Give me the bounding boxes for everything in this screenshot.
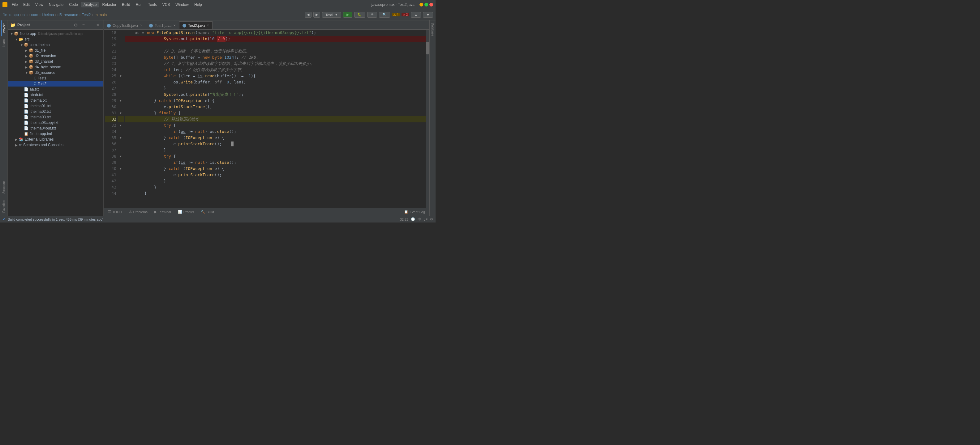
tab-terminal[interactable]: ▶ Terminal	[151, 209, 174, 215]
sidebar-tab-project[interactable]: Project	[1, 21, 7, 36]
menu-edit[interactable]: Edit	[21, 2, 32, 8]
sidebar-tab-structure[interactable]: Structure	[1, 178, 6, 197]
tab-profiler[interactable]: 📊 Profiler	[175, 209, 197, 215]
run-button[interactable]: ▶	[343, 12, 352, 17]
tab-problems[interactable]: ⚠ Problems	[126, 209, 151, 215]
tree-item-Test2[interactable]: C Test2	[8, 81, 103, 87]
menu-window[interactable]: Window	[173, 2, 191, 8]
breadcrumb-part-1[interactable]: src	[22, 13, 27, 17]
editor-scrollbar[interactable]	[426, 30, 430, 207]
tree-item-itheima02[interactable]: 📄 itheima02.txt	[8, 109, 103, 114]
tree-item-d3[interactable]: ▶ 📦 d3_charset	[8, 59, 103, 64]
tree-item-itheima01[interactable]: 📄 itheima01.txt	[8, 103, 103, 109]
right-sidebar: Database	[430, 21, 436, 216]
search-button[interactable]: 🔍	[379, 12, 390, 17]
project-tree[interactable]: ▼ 📦 file-io-app D:\code\javasepromax\fil…	[8, 30, 103, 216]
tree-item-scratches[interactable]: ▶ ✏ Scratches and Consoles	[8, 142, 103, 148]
menu-vcs[interactable]: VCS	[160, 2, 173, 8]
fold-icon-33[interactable]: ▼	[119, 124, 122, 127]
tree-item-itheima[interactable]: 📄 itheima.txt	[8, 98, 103, 103]
lf-indicator[interactable]: LF	[423, 217, 428, 221]
tree-item-src[interactable]: ▼ 📂 src	[8, 36, 103, 42]
tab-build[interactable]: 🔨 Build	[198, 209, 217, 215]
breadcrumb-part-5[interactable]: Test2	[82, 13, 91, 17]
breadcrumb-part-6[interactable]: m main	[94, 13, 107, 17]
minimize-button[interactable]: −	[420, 3, 423, 6]
tab-todo[interactable]: ☰ TODO	[105, 209, 125, 215]
menu-tools[interactable]: Tools	[146, 2, 159, 8]
menu-code[interactable]: Code	[67, 2, 80, 8]
tab-test2[interactable]: Test2.java ✕	[179, 21, 213, 29]
tree-item-d4[interactable]: ▶ 📦 d4_byte_stream	[8, 64, 103, 70]
close-button[interactable]: ✕	[430, 3, 433, 6]
fold-icon-38[interactable]: ▼	[119, 155, 122, 158]
nav-back-button[interactable]: ◀	[305, 12, 312, 17]
nav-forward-button[interactable]: ▶	[313, 12, 320, 17]
tree-item-itheima04out[interactable]: 📄 itheima04out.txt	[8, 125, 103, 131]
error-count[interactable]: ✕ 2	[401, 13, 409, 16]
sidebar-tab-learn[interactable]: Learn	[1, 36, 6, 51]
tree-item-d2[interactable]: ▶ 📦 d2_recursion	[8, 53, 103, 59]
tree-item-abab[interactable]: 📄 abab.txt	[8, 92, 103, 98]
tree-label-abab: abab.txt	[30, 93, 43, 97]
tree-label-aa: aa.txt	[30, 87, 39, 92]
tree-item-com-itheima[interactable]: ▼ 📦 com.itheima	[8, 42, 103, 48]
tab-close-2[interactable]: ✕	[207, 24, 209, 27]
fold-icon-40[interactable]: ▼	[119, 167, 122, 170]
project-panel-expand[interactable]: ≡	[81, 22, 86, 28]
fold-icon-31[interactable]: ▼	[119, 112, 122, 115]
sidebar-tab-favorites[interactable]: Favorites	[1, 197, 6, 216]
nav-up-button[interactable]: ▲	[411, 12, 421, 17]
breadcrumb-part-3[interactable]: itheima	[42, 13, 54, 17]
menu-analyze[interactable]: Analyze	[81, 2, 99, 8]
tree-item-itheima03copy[interactable]: 📄 itheima03copy.txt	[8, 120, 103, 125]
fold-icon-29[interactable]: ▼	[119, 99, 122, 102]
encoding-cn[interactable]: 中	[418, 217, 421, 222]
menu-run[interactable]: Run	[133, 2, 145, 8]
package-d2-icon: 📦	[29, 54, 33, 58]
fold-icon-35[interactable]: ▼	[119, 136, 122, 139]
project-panel-close[interactable]: ✕	[95, 22, 101, 28]
breadcrumb-part-2[interactable]: com	[31, 13, 38, 17]
menu-file[interactable]: File	[9, 2, 20, 8]
debug-button[interactable]: 🐛	[354, 12, 365, 17]
code-editor[interactable]: 18 19 20 21 22 23 24 25 26 27 28 29 30 3…	[103, 30, 430, 207]
maximize-button[interactable]: □	[425, 3, 428, 6]
menu-help[interactable]: Help	[192, 2, 204, 8]
menu-view[interactable]: View	[33, 2, 46, 8]
event-log-tab[interactable]: 📋 Event Log	[401, 209, 428, 215]
tab-copytest5[interactable]: CopyTest5.java ✕	[103, 21, 146, 29]
menu-navigate[interactable]: Navigate	[46, 2, 66, 8]
code-content[interactable]: os = new FileOutputStream(name: "file-io…	[124, 30, 426, 207]
tree-item-d5[interactable]: ▼ 📦 d5_resource	[8, 70, 103, 75]
menu-build[interactable]: Build	[119, 2, 133, 8]
breadcrumb-part-4[interactable]: d5_resource	[57, 13, 78, 17]
database-tab[interactable]: Database	[430, 21, 435, 39]
tab-close-1[interactable]: ✕	[173, 24, 176, 27]
fold-icon-25[interactable]: ▼	[119, 74, 122, 78]
breadcrumb-part-0[interactable]: file-io-app	[3, 13, 19, 17]
project-panel-gear[interactable]: ⚙	[73, 22, 79, 28]
tree-item-iml[interactable]: 📋 file-io-app.iml	[8, 131, 103, 136]
code-line-27: }	[125, 85, 426, 92]
tree-label-d4: d4_byte_stream	[35, 65, 61, 69]
tab-test1[interactable]: Test1.java ✕	[146, 21, 179, 29]
code-line-33: try {	[125, 122, 426, 128]
tree-item-d1-file[interactable]: ▶ 📦 d1_file	[8, 48, 103, 53]
tree-item-external[interactable]: ▶ 📚 External Libraries	[8, 136, 103, 142]
run-config-selector[interactable]: Test1 ▼	[322, 12, 341, 17]
tree-arrow-d5: ▼	[25, 71, 29, 74]
coverage-button[interactable]: ☂	[367, 12, 377, 17]
tree-item-file-io-app[interactable]: ▼ 📦 file-io-app D:\code\javasepromax\fil…	[8, 31, 103, 36]
nav-down-button[interactable]: ▼	[423, 12, 433, 17]
tree-item-aa-txt[interactable]: 📄 aa.txt	[8, 87, 103, 92]
tree-arrow-scratch: ▶	[15, 143, 19, 147]
tree-item-itheima03[interactable]: 📄 itheima03.txt	[8, 114, 103, 120]
tab-close-0[interactable]: ✕	[140, 24, 142, 27]
warning-count[interactable]: ⚠ 4	[392, 13, 400, 16]
project-panel-collapse[interactable]: −	[88, 22, 93, 28]
tree-item-Test1[interactable]: C Test1	[8, 75, 103, 81]
settings-icon[interactable]: ⚙	[430, 217, 433, 221]
menu-refactor[interactable]: Refactor	[100, 2, 119, 8]
tab-icon-2	[183, 24, 186, 27]
